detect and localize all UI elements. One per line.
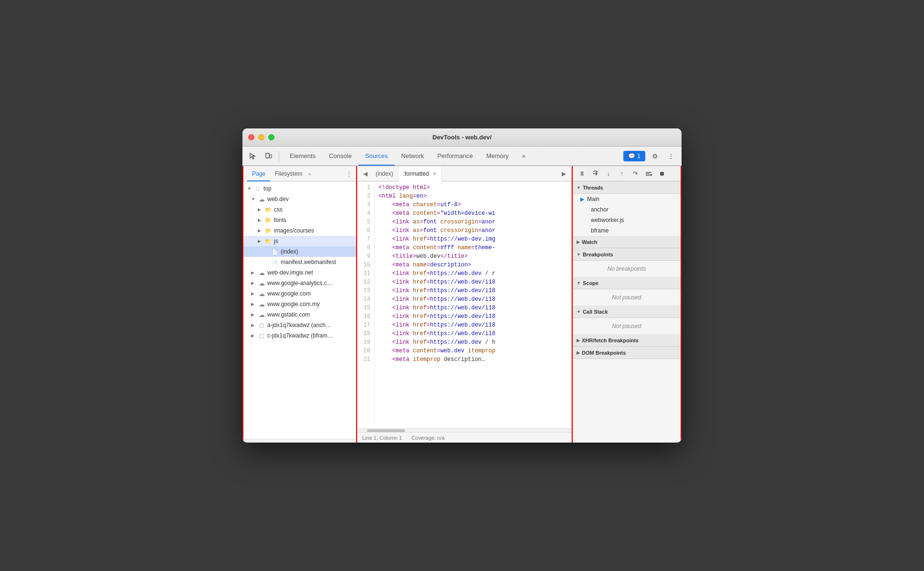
main-toolbar: Elements Console Sources Network Perform… <box>242 147 682 166</box>
tree-gstatic[interactable]: ▶ ☁ www.gstatic.com <box>243 309 356 320</box>
tab-console[interactable]: Console <box>322 147 358 166</box>
breakpoints-section-header[interactable]: ▼ Breakpoints <box>573 248 681 261</box>
section-label: Threads <box>583 185 603 190</box>
code-line: <meta content="width=device-wi <box>378 209 567 218</box>
thread-bframe[interactable]: bframe <box>573 225 681 236</box>
scope-section-header[interactable]: ▼ Scope <box>573 277 681 289</box>
cloud-icon: ☁ <box>258 279 265 287</box>
thread-main[interactable]: ▶ Main <box>573 194 681 204</box>
minimize-button[interactable] <box>258 134 264 140</box>
right-panel-scroll[interactable]: ▼ Threads ▶ Main anchor webworker.js <box>573 181 681 443</box>
editor-tab-formatted[interactable]: :formatted ✕ <box>399 166 442 181</box>
dont-pause-button[interactable]: ⏺ <box>656 168 668 180</box>
tree-google-my[interactable]: ▶ ☁ www.google.com.my <box>243 299 356 309</box>
cursor-position: Line 1, Column 1 <box>362 435 402 441</box>
step-out-button[interactable]: ↑ <box>616 168 628 180</box>
tab-prev-button[interactable]: ◀ <box>359 168 371 180</box>
scrollbar-thumb[interactable] <box>367 429 405 432</box>
code-line: <link as=font crossorigin=anor <box>378 218 567 226</box>
section-arrow-icon: ▼ <box>577 309 581 314</box>
maximize-button[interactable] <box>268 134 274 140</box>
tab-sources[interactable]: Sources <box>358 147 395 166</box>
tab-label: (index) <box>376 170 393 177</box>
arrow-icon: ▶ <box>251 333 258 338</box>
section-label: Breakpoints <box>583 252 613 257</box>
tab-more-left[interactable]: » <box>308 171 311 177</box>
tab-next-button[interactable]: ▶ <box>558 168 569 180</box>
settings-button[interactable]: ⚙ <box>648 149 662 163</box>
callstack-section-header[interactable]: ▼ Call Stack <box>573 306 681 318</box>
tab-network[interactable]: Network <box>395 147 431 166</box>
tab-page[interactable]: Page <box>247 166 270 181</box>
step-button[interactable]: ↷ <box>629 168 641 180</box>
thread-anchor[interactable]: anchor <box>573 204 681 215</box>
tree-item-label: images/courses <box>274 227 314 234</box>
tree-js[interactable]: ▶ 📁 js <box>243 236 356 246</box>
tree-analytics[interactable]: ▶ ☁ www.google-analytics.c… <box>243 278 356 288</box>
tab-more[interactable]: » <box>515 147 532 166</box>
toggle-device-button[interactable] <box>262 149 275 163</box>
callstack-not-paused-text: Not paused <box>573 318 681 334</box>
threads-section-header[interactable]: ▼ Threads <box>573 181 681 194</box>
tab-performance[interactable]: Performance <box>430 147 479 166</box>
thread-name: anchor <box>591 206 609 213</box>
tab-elements[interactable]: Elements <box>283 147 322 166</box>
frame-icon: ▢ <box>258 332 265 339</box>
inspect-element-button[interactable] <box>246 149 260 163</box>
code-line: <link href=https://web.dev/i18 <box>378 286 567 295</box>
toolbar-right: 💬 1 ⚙ ⋮ <box>623 149 678 163</box>
step-into-button[interactable]: ↓ <box>602 168 615 180</box>
code-line: <link as=font crossorigin=anor <box>378 226 567 235</box>
editor-tabs: ◀ (index) :formatted ✕ ▶ <box>357 166 571 181</box>
editor-tab-index[interactable]: (index) <box>371 166 399 181</box>
tree-item-label: top <box>263 185 272 192</box>
thread-webworker[interactable]: webworker.js <box>573 215 681 225</box>
dom-section-header[interactable]: ▶ DOM Breakpoints <box>573 347 681 359</box>
tree-manifest[interactable]: 📄 manifest.webmanifest <box>243 257 356 267</box>
debug-toolbar: ⏸ ↓ ↑ ↷ ⏺ <box>573 166 681 181</box>
tab-close-button[interactable]: ✕ <box>432 171 437 177</box>
pause-button[interactable]: ⏸ <box>576 168 588 180</box>
coverage-status: Coverage: n/a <box>411 435 444 441</box>
cloud-icon: ☁ <box>258 195 265 203</box>
window-title: DevTools - web.dev/ <box>432 134 492 141</box>
tab-label: :formatted <box>403 170 429 177</box>
tab-memory[interactable]: Memory <box>480 147 515 166</box>
close-button[interactable] <box>248 134 254 140</box>
tree-fonts[interactable]: ▶ 📁 fonts <box>243 215 356 225</box>
section-label: Watch <box>582 239 598 245</box>
code-line: <link href=https://web.dev/i18 <box>378 278 567 286</box>
toolbar-separator <box>279 151 279 161</box>
tree-bframe[interactable]: ▶ ▢ c-jdx1q7kwadwz (bfram… <box>243 330 356 341</box>
tree-index[interactable]: 📄 (index) <box>243 246 356 257</box>
watch-section-header[interactable]: ▶ Watch <box>573 236 681 248</box>
tree-top[interactable]: ▼ □ top <box>243 183 356 194</box>
code-line: <link href=https://web.dev/i18 <box>378 304 567 312</box>
messages-button[interactable]: 💬 1 <box>623 151 645 161</box>
cloud-icon: ☁ <box>258 269 265 276</box>
tree-imgix[interactable]: ▶ ☁ web-dev.imgix.net <box>243 267 356 278</box>
xhr-section-header[interactable]: ▶ XHR/fetch Breakpoints <box>573 334 681 347</box>
code-editor[interactable]: 12345 678910 1112131415 1617181920 21 <!… <box>357 181 571 428</box>
more-options-button[interactable]: ⋮ <box>664 149 678 163</box>
section-label: DOM Breakpoints <box>582 350 626 356</box>
editor-scrollbar[interactable] <box>357 428 571 432</box>
tree-css[interactable]: ▶ 📁 css <box>243 204 356 215</box>
horizontal-scrollbar[interactable] <box>243 439 356 443</box>
tree-item-label: js <box>274 238 278 244</box>
message-icon: 💬 <box>628 153 635 159</box>
tree-google[interactable]: ▶ ☁ www.google.com <box>243 288 356 299</box>
message-count: 1 <box>637 153 640 159</box>
step-over-button[interactable] <box>589 168 601 180</box>
tree-anchor-frame[interactable]: ▶ ▢ a-jdx1q7kwadwz (anch… <box>243 320 356 330</box>
tree-item-label: fonts <box>274 217 286 223</box>
deactivate-button[interactable] <box>642 168 655 180</box>
code-line: <meta content=#fff name=theme- <box>378 243 567 252</box>
tree-webdev[interactable]: ▼ ☁ web.dev <box>243 194 356 204</box>
left-panel-menu[interactable]: ⋮ <box>346 170 352 178</box>
tree-images[interactable]: ▶ 📁 images/courses <box>243 225 356 236</box>
deactivate-icon <box>645 170 652 178</box>
thread-spacer <box>580 218 588 222</box>
scope-not-paused-text: Not paused <box>573 289 681 306</box>
tab-filesystem[interactable]: Filesystem <box>270 166 307 181</box>
